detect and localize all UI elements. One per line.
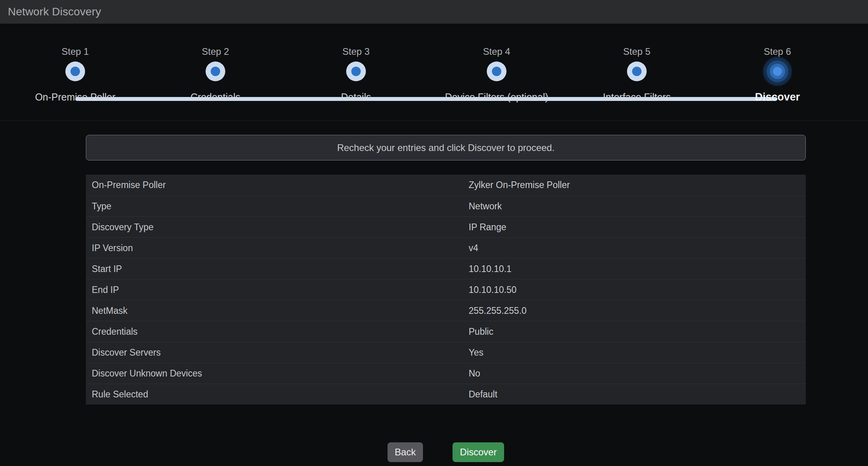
app-header: Network Discovery xyxy=(0,0,868,24)
row-value: Default xyxy=(469,389,497,400)
row-label: Discover Unknown Devices xyxy=(92,368,469,379)
table-row: IP Version v4 xyxy=(86,237,806,258)
step-dot-wrap xyxy=(340,58,372,85)
step-dot-core xyxy=(70,67,80,76)
stepper-step-discover-active[interactable]: Step 6 Discover xyxy=(703,24,852,121)
table-row: Discovery Type IP Range xyxy=(86,216,806,237)
step-dot-core xyxy=(632,67,642,76)
step-name-label: Interface Filters xyxy=(603,91,671,103)
step-name-label: Credentials xyxy=(191,91,240,103)
step-completed-dot-icon[interactable] xyxy=(627,62,647,81)
row-value: 255.255.255.0 xyxy=(469,306,527,316)
discovery-summary-table: On-Premise Poller Zylker On-Premise Poll… xyxy=(86,175,806,404)
table-row: Rule Selected Default xyxy=(86,384,806,404)
row-value: 10.10.10.50 xyxy=(469,285,517,295)
recheck-notice-banner: Recheck your entries and click Discover … xyxy=(86,135,806,160)
table-row: Discover Servers Yes xyxy=(86,342,806,363)
back-button[interactable]: Back xyxy=(388,442,423,462)
row-label: IP Version xyxy=(92,243,469,254)
step-completed-dot-icon[interactable] xyxy=(65,62,85,81)
step-name-label: Device Filters (optional) xyxy=(445,91,549,103)
step-active-dot-icon[interactable] xyxy=(762,56,793,87)
step-number-label: Step 5 xyxy=(623,46,650,58)
table-row: NetMask 255.255.255.0 xyxy=(86,300,806,321)
step-completed-dot-icon[interactable] xyxy=(206,62,225,81)
step-dot-wrap xyxy=(762,58,793,85)
stepper-step-credentials[interactable]: Step 2 Credentials xyxy=(141,24,290,121)
row-value: No xyxy=(469,368,480,379)
step-dot-wrap xyxy=(481,58,512,85)
table-row: Start IP 10.10.10.1 xyxy=(86,258,806,279)
row-value: 10.10.10.1 xyxy=(469,264,512,274)
row-value: Public xyxy=(469,326,493,337)
step-number-label: Step 3 xyxy=(342,46,369,58)
discover-button[interactable]: Discover xyxy=(453,442,504,462)
row-value: v4 xyxy=(469,243,478,254)
step-dot-core xyxy=(492,67,501,76)
table-row: Type Network xyxy=(86,196,806,216)
row-value: IP Range xyxy=(469,222,506,233)
notice-message: Recheck your entries and click Discover … xyxy=(337,142,555,153)
stepper-step-on-premise-poller[interactable]: Step 1 On-Premise Poller xyxy=(0,24,150,121)
step-dot-wrap xyxy=(621,58,653,85)
row-label: Rule Selected xyxy=(92,389,469,400)
step-name-label: On-Premise Poller xyxy=(35,91,115,103)
row-label: Discover Servers xyxy=(92,347,469,358)
stepper-step-interface-filters[interactable]: Step 5 Interface Filters xyxy=(562,24,712,121)
step-dot-wrap xyxy=(200,58,231,85)
wizard-stepper: Step 1 On-Premise Poller Step 2 Credenti… xyxy=(0,24,868,121)
stepper-step-details[interactable]: Step 3 Details xyxy=(281,24,431,121)
row-label: Start IP xyxy=(92,264,469,274)
row-value: Zylker On-Premise Poller xyxy=(469,180,570,190)
table-row: Discover Unknown Devices No xyxy=(86,363,806,384)
table-row: On-Premise Poller Zylker On-Premise Poll… xyxy=(86,175,806,196)
table-row: Credentials Public xyxy=(86,321,806,342)
table-row: End IP 10.10.10.50 xyxy=(86,279,806,300)
step-completed-dot-icon[interactable] xyxy=(487,62,506,81)
row-label: Type xyxy=(92,201,469,212)
row-label: On-Premise Poller xyxy=(92,180,469,190)
step-dot-core xyxy=(211,67,220,76)
row-label: NetMask xyxy=(92,306,469,316)
step-dot-wrap xyxy=(59,58,91,85)
row-label: End IP xyxy=(92,285,469,295)
row-value: Yes xyxy=(469,347,484,358)
step-number-label: Step 2 xyxy=(202,46,229,58)
stepper-step-device-filters[interactable]: Step 4 Device Filters (optional) xyxy=(422,24,571,121)
step-number-label: Step 1 xyxy=(61,46,89,58)
step-completed-dot-icon[interactable] xyxy=(346,62,366,81)
network-discovery-wizard: Network Discovery Step 1 On-Premise Poll… xyxy=(0,0,868,466)
row-label: Discovery Type xyxy=(92,222,469,233)
page-title: Network Discovery xyxy=(8,6,101,18)
step-name-label: Details xyxy=(341,91,371,103)
step-number-label: Step 4 xyxy=(483,46,510,58)
step-name-label: Discover xyxy=(755,91,800,103)
step-dot-core xyxy=(351,67,361,76)
row-value: Network xyxy=(469,201,502,212)
row-label: Credentials xyxy=(92,326,469,337)
